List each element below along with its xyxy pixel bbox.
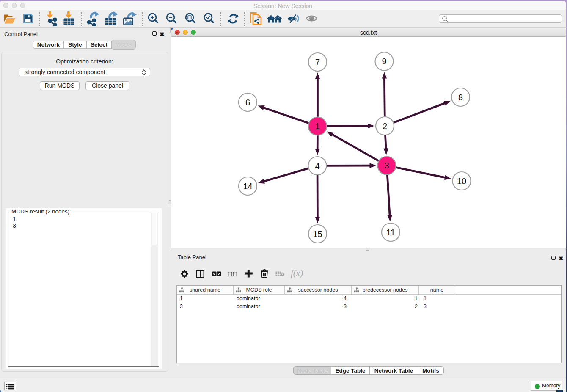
svg-text:6: 6 (245, 97, 250, 107)
svg-text:4: 4 (315, 161, 319, 170)
svg-text:1: 1 (315, 121, 320, 131)
svg-text:2: 2 (383, 121, 387, 130)
svg-text:9: 9 (382, 57, 386, 66)
svg-text:8: 8 (458, 92, 463, 102)
svg-text:10: 10 (457, 176, 466, 185)
svg-text:3: 3 (384, 161, 389, 170)
svg-text:11: 11 (386, 227, 395, 237)
svg-text:15: 15 (313, 229, 322, 238)
svg-text:14: 14 (243, 181, 252, 190)
svg-text:7: 7 (315, 57, 320, 66)
